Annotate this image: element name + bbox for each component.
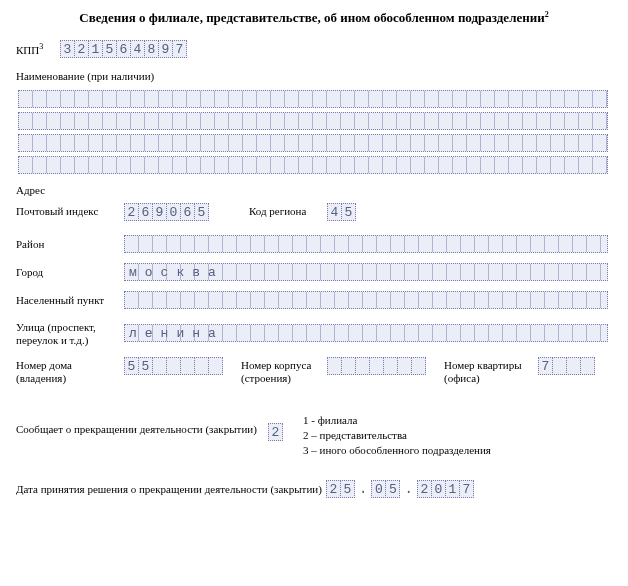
kpp-label: КПП3 [16,40,60,57]
cell[interactable] [341,357,356,375]
form-title: Сведения о филиале, представительстве, о… [16,10,612,26]
apartment-label: Номер квартиры (офиса) [444,357,538,385]
street-label: Улица (проспект, переулок и т.д.) [16,319,124,347]
settlement-field[interactable] [124,291,608,309]
cell[interactable]: 9 [158,40,173,58]
cell[interactable]: 9 [152,203,167,221]
cell[interactable]: 7 [538,357,553,375]
street-row: Улица (проспект, переулок и т.д.) ленина [16,319,612,347]
name-lines [16,90,612,174]
date-dot-2: . [400,480,416,498]
name-line-3[interactable] [18,134,608,152]
cell[interactable]: 2 [74,40,89,58]
apartment-cells[interactable]: 7 [538,357,595,375]
cell[interactable]: 5 [341,203,356,221]
city-field[interactable]: москва [124,263,608,281]
postal-region-row: Почтовый индекс 269065 Код региона 45 [16,203,612,221]
cell[interactable]: 7 [459,480,474,498]
name-label: Наименование (при наличии) [16,68,612,83]
closure-date-label: Дата принятия решения о прекращении деят… [16,481,326,496]
cell[interactable]: 6 [138,203,153,221]
name-line-1[interactable] [18,90,608,108]
cell[interactable] [383,357,398,375]
cell[interactable]: 1 [445,480,460,498]
cell[interactable]: 4 [327,203,342,221]
cell[interactable] [327,357,342,375]
cell[interactable]: 2 [326,480,341,498]
cell[interactable]: 0 [166,203,181,221]
cell[interactable] [397,357,412,375]
cell[interactable]: 5 [124,357,139,375]
cell[interactable]: 7 [172,40,187,58]
kpp-cells[interactable]: 321564897 [60,40,187,58]
cell[interactable]: 2 [268,423,283,441]
postal-cells[interactable]: 269065 [124,203,209,221]
settlement-label: Населенный пункт [16,292,124,307]
cell[interactable] [580,357,595,375]
cell[interactable]: 8 [144,40,159,58]
cell[interactable] [411,357,426,375]
cell[interactable] [355,357,370,375]
title-footnote: 2 [545,10,549,19]
city-row: Город москва [16,263,612,281]
cell[interactable]: 3 [60,40,75,58]
closure-notice-cell[interactable]: 2 [268,423,283,441]
cell[interactable]: 2 [417,480,432,498]
cell[interactable]: 0 [431,480,446,498]
cell[interactable] [180,357,195,375]
house-building-apt-row: Номер дома (владения) 55 Номер корпуса (… [16,357,612,385]
name-line-4[interactable] [18,156,608,174]
settlement-row: Населенный пункт [16,291,612,309]
postal-label: Почтовый индекс [16,203,124,218]
building-cells[interactable] [327,357,426,375]
cell[interactable]: 4 [130,40,145,58]
district-row: Район [16,235,612,253]
closure-notice-row: Сообщает о прекращении деятельности (зак… [16,413,612,458]
closure-date-row: Дата принятия решения о прекращении деят… [16,480,612,498]
building-label: Номер корпуса (строения) [241,357,327,385]
cell[interactable]: 6 [180,203,195,221]
kpp-row: КПП3 321564897 [16,40,612,58]
cell[interactable] [208,357,223,375]
closure-notice-label: Сообщает о прекращении деятельности (зак… [16,413,268,436]
cell[interactable]: 0 [371,480,386,498]
cell[interactable] [566,357,581,375]
cell[interactable]: 1 [88,40,103,58]
street-field[interactable]: ленина [124,324,608,342]
cell[interactable]: 5 [194,203,209,221]
date-dot-1: . [355,480,371,498]
address-heading: Адрес [16,182,612,197]
closure-legend: 1 - филиала 2 – представительства 3 – ин… [303,413,491,458]
cell[interactable]: 6 [116,40,131,58]
closure-date-month[interactable]: 05 [371,480,400,498]
cell[interactable] [152,357,167,375]
cell[interactable]: 5 [340,480,355,498]
name-line-2[interactable] [18,112,608,130]
closure-date-day[interactable]: 25 [326,480,355,498]
house-cells[interactable]: 55 [124,357,223,375]
region-label: Код региона [249,203,327,218]
cell[interactable] [552,357,567,375]
district-label: Район [16,236,124,251]
cell[interactable]: 5 [138,357,153,375]
house-label: Номер дома (владения) [16,357,124,385]
region-cells[interactable]: 45 [327,203,356,221]
cell[interactable]: 5 [385,480,400,498]
district-field[interactable] [124,235,608,253]
cell[interactable] [369,357,384,375]
cell[interactable]: 5 [102,40,117,58]
cell[interactable]: 2 [124,203,139,221]
city-label: Город [16,264,124,279]
cell[interactable] [166,357,181,375]
closure-date-year[interactable]: 2017 [417,480,474,498]
cell[interactable] [194,357,209,375]
